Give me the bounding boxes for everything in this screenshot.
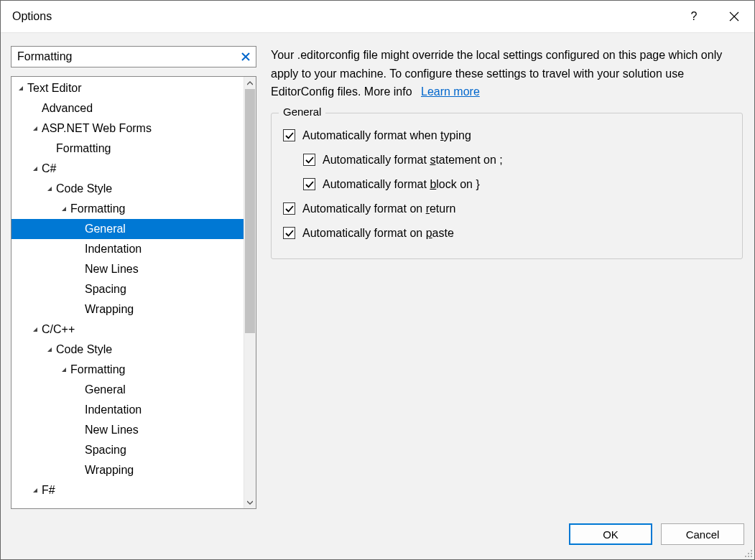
tree-item[interactable]: Indentation: [11, 239, 244, 259]
tree-item-label: F#: [42, 484, 55, 497]
checkbox[interactable]: [283, 129, 295, 141]
tree-item[interactable]: C#: [11, 159, 244, 179]
svg-point-4: [748, 556, 749, 557]
tree-item[interactable]: Indentation: [11, 400, 244, 420]
collapse-icon[interactable]: [59, 205, 69, 213]
description-text: Your .editorconfig file might override t…: [271, 49, 722, 98]
tree-item[interactable]: Formatting: [11, 199, 244, 219]
tree-item-label: Text Editor: [27, 82, 82, 95]
tree-item[interactable]: Wrapping: [11, 460, 244, 480]
label-post: aste: [432, 227, 454, 239]
checkbox-label[interactable]: Automatically format statement on ;: [323, 154, 503, 167]
tree-scrollbar[interactable]: [244, 77, 256, 508]
check-icon: [285, 131, 294, 140]
scroll-up-button[interactable]: [244, 77, 256, 89]
checkbox[interactable]: [303, 178, 315, 190]
tree-item[interactable]: General: [11, 219, 244, 239]
scroll-thumb[interactable]: [245, 89, 255, 333]
resize-grip-icon[interactable]: [743, 548, 753, 558]
tree-item-label: Spacing: [85, 283, 126, 296]
close-icon: [729, 11, 739, 22]
options-tree[interactable]: Text EditorAdvancedASP.NET Web FormsForm…: [11, 77, 244, 508]
collapse-icon[interactable]: [45, 346, 55, 353]
label-accelerator: p: [426, 227, 432, 239]
tree-item[interactable]: General: [11, 380, 244, 400]
help-button[interactable]: ?: [674, 1, 714, 32]
tree-item-label: Indentation: [85, 403, 142, 416]
scroll-track[interactable]: [244, 89, 256, 496]
scroll-down-button[interactable]: [244, 496, 256, 508]
collapse-icon[interactable]: [16, 85, 26, 92]
tree-item[interactable]: F#: [11, 480, 244, 500]
collapse-icon[interactable]: [30, 125, 40, 132]
search-input[interactable]: [11, 47, 256, 67]
svg-point-0: [751, 550, 752, 551]
checkbox[interactable]: [303, 154, 315, 166]
check-icon: [285, 229, 294, 238]
tree-item[interactable]: Spacing: [11, 440, 244, 460]
svg-point-1: [748, 553, 749, 554]
checkbox-label[interactable]: Automatically format when typing: [302, 129, 471, 142]
tree-container: Text EditorAdvancedASP.NET Web FormsForm…: [11, 76, 256, 509]
checkbox-label[interactable]: Automatically format on return: [302, 202, 455, 215]
collapse-icon[interactable]: [30, 487, 40, 494]
tree-item[interactable]: Code Style: [11, 340, 244, 360]
checkbox-row: Automatically format when typing: [283, 123, 731, 148]
window-title: Options: [12, 10, 674, 23]
checkbox-label[interactable]: Automatically format on paste: [302, 227, 454, 240]
label-post: tatement on ;: [435, 154, 502, 166]
titlebar-buttons: ?: [674, 1, 754, 32]
label-pre: Automatically format on: [302, 227, 426, 239]
search-clear-button[interactable]: [236, 47, 256, 67]
tree-item[interactable]: Formatting: [11, 360, 244, 380]
checkbox-row: Automatically format on return: [283, 197, 731, 221]
check-icon: [305, 156, 314, 164]
collapse-icon[interactable]: [30, 326, 40, 333]
right-pane: Your .editorconfig file might override t…: [271, 46, 746, 509]
close-button[interactable]: [714, 1, 754, 32]
label-post: lock on }: [436, 178, 479, 190]
tree-item-label: Code Style: [56, 182, 112, 195]
checkbox[interactable]: [283, 227, 295, 239]
tree-item[interactable]: ASP.NET Web Forms: [11, 118, 244, 139]
chevron-up-icon: [247, 80, 253, 86]
tree-item-label: Advanced: [42, 102, 93, 115]
tree-item[interactable]: Wrapping: [11, 299, 244, 319]
checkbox-row: Automatically format block on }: [283, 172, 731, 197]
tree-item-label: General: [85, 223, 126, 235]
tree-item-label: General: [85, 383, 126, 396]
tree-item-label: Indentation: [85, 243, 142, 256]
dialog-footer: OK Cancel: [1, 509, 754, 559]
tree-item[interactable]: Formatting: [11, 139, 244, 159]
checkbox-label[interactable]: Automatically format block on }: [323, 178, 480, 191]
ok-button[interactable]: OK: [569, 523, 652, 545]
label-accelerator: b: [430, 178, 436, 190]
label-pre: Automatically format on: [302, 202, 426, 215]
tree-item[interactable]: Code Style: [11, 179, 244, 199]
learn-more-link[interactable]: Learn more: [421, 85, 480, 98]
checkbox[interactable]: [283, 202, 295, 215]
tree-item-label: Formatting: [70, 363, 125, 376]
clear-icon: [241, 52, 250, 61]
chevron-down-icon: [247, 500, 253, 505]
title-bar: Options ?: [1, 1, 754, 33]
general-group: General Automatically format when typing…: [271, 113, 743, 259]
tree-item-label: Wrapping: [85, 464, 134, 477]
tree-item[interactable]: Text Editor: [11, 78, 244, 98]
tree-item[interactable]: New Lines: [11, 259, 244, 279]
tree-item-label: ASP.NET Web Forms: [42, 122, 152, 135]
tree-item[interactable]: Spacing: [11, 279, 244, 299]
tree-item[interactable]: Advanced: [11, 98, 244, 118]
tree-item[interactable]: New Lines: [11, 420, 244, 440]
tree-item-label: New Lines: [85, 263, 139, 276]
checkbox-row: Automatically format on paste: [283, 221, 731, 246]
collapse-icon[interactable]: [30, 165, 40, 172]
group-legend: General: [279, 106, 325, 118]
collapse-icon[interactable]: [45, 185, 55, 192]
label-pre: Automatically format: [323, 178, 430, 190]
label-pre: Automatically format: [323, 154, 430, 166]
checkbox-row: Automatically format statement on ;: [283, 148, 731, 172]
tree-item[interactable]: C/C++: [11, 319, 244, 340]
collapse-icon[interactable]: [59, 366, 69, 373]
cancel-button[interactable]: Cancel: [661, 523, 744, 545]
